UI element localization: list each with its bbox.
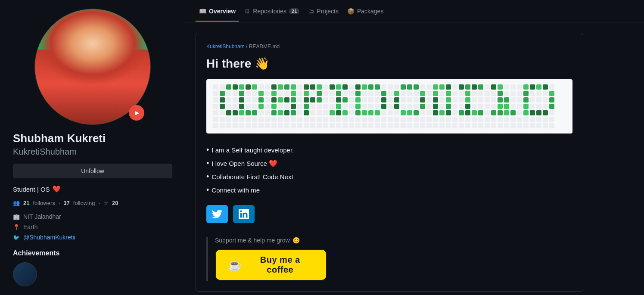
buy-coffee-button[interactable]: ☕ Buy me a coffee (215, 249, 327, 281)
twitter-handle: @ShubhamKukretii (23, 234, 75, 241)
grid-cell (220, 123, 225, 128)
grid-col (362, 84, 367, 128)
grid-cell (485, 117, 490, 122)
grid-cell (317, 91, 322, 96)
tab-overview[interactable]: 📖 Overview (196, 2, 239, 22)
grid-cell (478, 91, 483, 96)
grid-cell (517, 123, 522, 128)
grid-cell (446, 110, 451, 115)
grid-col (342, 84, 348, 128)
grid-cell (349, 97, 354, 102)
play-button[interactable] (129, 105, 144, 121)
grid-cell (233, 84, 238, 90)
grid-cell (291, 84, 296, 90)
grid-cell (439, 104, 445, 109)
coffee-icon: ☕ (228, 258, 242, 272)
grid-cell (330, 104, 335, 109)
grid-cell (523, 110, 529, 115)
repositories-badge: 21 (289, 8, 299, 14)
grid-cell (414, 110, 419, 115)
grid-cell (465, 123, 470, 128)
grid-col (510, 84, 516, 128)
grid-cell (414, 91, 419, 96)
grid-cell (342, 117, 348, 122)
grid-cell (478, 123, 483, 128)
grid-col (472, 84, 477, 128)
grid-cell (213, 110, 218, 115)
followers-count[interactable]: 21 (23, 200, 29, 206)
linkedin-social-link[interactable] (233, 205, 255, 223)
grid-cell (349, 104, 354, 109)
grid-cell (465, 91, 470, 96)
grid-cell (388, 110, 393, 115)
grid-col (478, 84, 483, 128)
grid-cell (342, 97, 348, 102)
breadcrumb-user[interactable]: KukretiShubham (206, 43, 245, 50)
grid-cell (323, 110, 328, 115)
grid-cell (465, 97, 470, 102)
grid-cell (549, 117, 554, 122)
grid-cell (549, 97, 554, 102)
grid-col (401, 84, 406, 128)
tab-repositories[interactable]: 🖥 Repositories 21 (241, 2, 303, 22)
grid-cell (271, 97, 277, 102)
grid-cell (530, 104, 535, 109)
grid-cell (407, 110, 412, 115)
grid-cell (278, 84, 283, 90)
monitor-icon: 🖥 (244, 8, 250, 15)
grid-cell (439, 110, 445, 115)
following-count[interactable]: 37 (63, 200, 69, 206)
grid-cell (543, 104, 548, 109)
svg-rect-2 (35, 9, 150, 69)
grid-cell (258, 117, 264, 122)
grid-cell (355, 91, 361, 96)
tab-packages[interactable]: 📦 Packages (344, 2, 387, 22)
grid-cell (355, 97, 361, 102)
grid-cell (407, 117, 412, 122)
tab-projects[interactable]: 🗂 Projects (305, 2, 342, 22)
grid-cell (485, 123, 490, 128)
grid-cell (510, 91, 516, 96)
grid-cell (304, 110, 309, 115)
grid-cell (368, 97, 373, 102)
grid-cell (446, 117, 451, 122)
grid-cell (265, 91, 270, 96)
grid-cell (265, 117, 270, 122)
grid-cell (220, 117, 225, 122)
grid-cell (265, 97, 270, 102)
svg-rect-6 (84, 89, 102, 106)
grid-cell (304, 84, 309, 90)
stars-count[interactable]: 20 (112, 200, 118, 206)
grid-cell (504, 97, 509, 102)
grid-cell (239, 84, 244, 90)
grid-cell (510, 123, 516, 128)
grid-cell (491, 84, 496, 90)
twitter-social-link[interactable] (206, 205, 228, 223)
list-item-2: I love Open Source ❤️ (206, 159, 572, 168)
grid-cell (284, 97, 289, 102)
list-item-3-text: Collaborate First! Code Next (212, 173, 293, 180)
grid-cell (426, 104, 432, 109)
grid-cell (246, 123, 251, 128)
sidebar: Shubham Kukreti KukretiShubham Unfollow … (0, 0, 185, 295)
grid-cell (336, 84, 341, 90)
grid-cell (342, 123, 348, 128)
grid-cell (252, 117, 257, 122)
grid-cell (239, 97, 244, 102)
main-area: 📖 Overview 🖥 Repositories 21 🗂 Projects … (185, 0, 644, 295)
social-icons (206, 205, 572, 223)
unfollow-button[interactable]: Unfollow (13, 164, 172, 178)
achievements-title: Achievements (13, 249, 172, 257)
grid-cell (213, 97, 218, 102)
grid-cell (368, 110, 373, 115)
grid-cell (233, 110, 238, 115)
grid-cell (517, 91, 522, 96)
grid-cell (465, 84, 470, 90)
grid-cell (543, 123, 548, 128)
grid-cell (478, 84, 483, 90)
grid-cell (388, 117, 393, 122)
grid-cell (536, 91, 541, 96)
svg-point-13 (99, 75, 106, 81)
grid-cell (433, 104, 438, 109)
grid-col (355, 84, 361, 128)
